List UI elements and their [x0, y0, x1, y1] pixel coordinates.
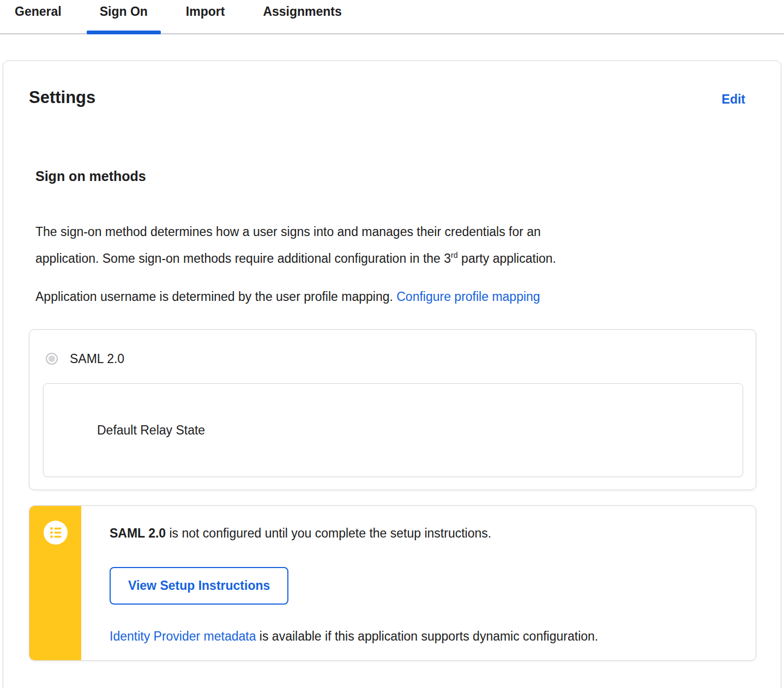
saml-radio-label[interactable]: SAML 2.0 — [70, 351, 124, 367]
settings-header: Settings Edit — [29, 87, 756, 108]
callout-message-bold: SAML 2.0 — [110, 526, 166, 540]
callout-warning-strip — [29, 506, 81, 660]
callout-body: SAML 2.0 is not configured until you com… — [81, 506, 756, 660]
username-mapping-text: Application username is determined by th… — [35, 289, 396, 304]
view-setup-instructions-button[interactable]: View Setup Instructions — [110, 567, 288, 605]
radio-dot-icon — [49, 355, 55, 362]
configure-profile-mapping-link[interactable]: Configure profile mapping — [396, 289, 540, 304]
callout-message-rest: is not configured until you complete the… — [166, 526, 491, 540]
tab-general[interactable]: General — [2, 4, 75, 33]
default-relay-state-label: Default Relay State — [97, 422, 205, 438]
page-title: Settings — [29, 87, 95, 108]
metadata-note-rest: is available if this application support… — [256, 629, 598, 643]
settings-card: Settings Edit Sign on methods The sign-o… — [3, 61, 781, 688]
description-line2: application. Some sign-on methods requir… — [35, 251, 451, 265]
app-tabs: General Sign On Import Assignments — [0, 0, 784, 34]
description-line2-end: party application. — [458, 251, 556, 265]
username-mapping-note: Application username is determined by th… — [35, 283, 722, 310]
saml-radio-row: SAML 2.0 — [46, 351, 742, 367]
identity-provider-metadata-link[interactable]: Identity Provider metadata — [110, 629, 256, 643]
tab-sign-on[interactable]: Sign On — [87, 4, 161, 33]
saml-method-box: SAML 2.0 Default Relay State — [29, 329, 756, 490]
sign-on-methods-heading: Sign on methods — [35, 167, 756, 185]
tab-import[interactable]: Import — [173, 4, 238, 33]
callout-message: SAML 2.0 is not configured until you com… — [110, 525, 734, 541]
list-icon — [44, 521, 68, 545]
saml-setup-callout: SAML 2.0 is not configured until you com… — [29, 505, 756, 661]
default-relay-state-field: Default Relay State — [43, 383, 743, 477]
metadata-note: Identity Provider metadata is available … — [110, 628, 734, 644]
description-line1: The sign-on method determines how a user… — [35, 225, 541, 239]
ordinal-superscript: rd — [451, 251, 458, 259]
sign-on-methods-description: The sign-on method determines how a user… — [35, 219, 722, 272]
edit-button[interactable]: Edit — [722, 91, 745, 107]
saml-radio-button[interactable] — [46, 353, 58, 365]
tab-assignments[interactable]: Assignments — [250, 4, 354, 33]
